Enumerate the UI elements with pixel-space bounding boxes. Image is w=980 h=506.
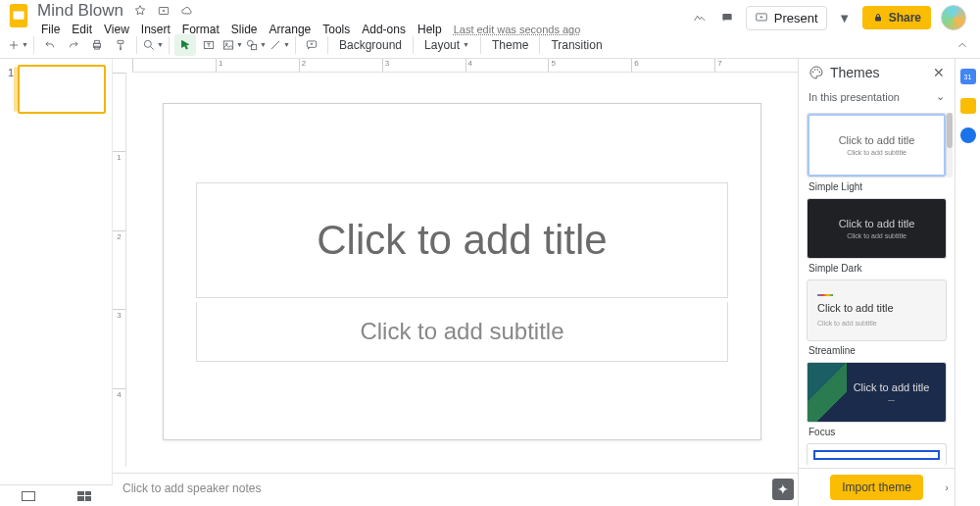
title-placeholder[interactable]: Click to add title: [196, 182, 728, 298]
theme-label: Streamline: [807, 345, 947, 358]
theme-button[interactable]: Theme: [486, 34, 534, 56]
filmstrip-view-button[interactable]: [22, 491, 35, 501]
svg-rect-3: [722, 14, 731, 20]
theme-label: Simple Dark: [807, 263, 947, 276]
chevron-right-icon[interactable]: ›: [945, 481, 949, 493]
side-rail: [955, 59, 980, 506]
themes-panel: Themes ✕ In this presentation ⌄ Click to…: [798, 59, 955, 506]
present-dropdown[interactable]: ▼: [837, 5, 853, 30]
ruler-vertical[interactable]: 1 2 3 4: [113, 73, 126, 467]
theme-simple-dark[interactable]: Click to add title Click to add subtitle: [807, 198, 947, 259]
chevron-down-icon: ⌄: [936, 90, 945, 103]
svg-point-17: [814, 69, 816, 71]
svg-rect-7: [95, 40, 100, 43]
canvas-area: 1 2 3 4 5 6 7 1 2 3 4 Click to add title…: [113, 59, 798, 506]
svg-rect-1: [14, 11, 24, 19]
import-theme-button[interactable]: Import theme: [830, 475, 923, 500]
print-button[interactable]: [86, 34, 108, 56]
account-avatar[interactable]: [941, 5, 966, 30]
themes-title: Themes: [830, 65, 880, 80]
grid-view-button[interactable]: [77, 491, 91, 501]
svg-rect-11: [223, 40, 232, 48]
transition-button[interactable]: Transition: [545, 34, 608, 56]
layout-button[interactable]: Layout▼: [418, 34, 475, 56]
view-switcher: [0, 484, 113, 506]
undo-button[interactable]: [39, 34, 61, 56]
themes-list[interactable]: Click to add title Click to add subtitle…: [799, 109, 955, 468]
close-panel-icon[interactable]: ✕: [933, 65, 945, 80]
share-label: Share: [889, 11, 921, 25]
slide-thumbnail-1[interactable]: [18, 65, 106, 114]
theme-label: Focus: [807, 427, 947, 439]
tasks-addon-icon[interactable]: [960, 127, 976, 143]
slide-number: 1: [4, 65, 14, 78]
activity-icon[interactable]: [691, 9, 709, 26]
slides-logo[interactable]: [8, 2, 29, 29]
shape-button[interactable]: ▼: [245, 34, 267, 56]
themes-icon: [808, 65, 824, 80]
image-button[interactable]: ▼: [221, 34, 243, 56]
theme-streamline[interactable]: Click to add title Click to add subtitle: [807, 279, 947, 341]
select-tool[interactable]: [174, 34, 196, 56]
filmstrip[interactable]: 1: [0, 59, 113, 506]
theme-next-peek[interactable]: [807, 443, 947, 466]
toolbar: ▼ ▼ ▼ ▼ ▼ Background Layout▼ Theme Trans…: [0, 31, 980, 59]
line-button[interactable]: ▼: [269, 34, 290, 56]
speaker-notes[interactable]: Click to add speaker notes: [113, 473, 798, 506]
svg-point-13: [247, 40, 253, 46]
star-icon[interactable]: [131, 2, 149, 20]
themes-section-toggle[interactable]: In this presentation ⌄: [799, 86, 955, 109]
theme-label: Simple Light: [807, 181, 947, 194]
doc-title[interactable]: Mind Blown: [35, 1, 125, 21]
svg-point-18: [817, 69, 819, 71]
ruler-horizontal[interactable]: 1 2 3 4 5 6 7: [132, 59, 798, 73]
present-label: Present: [774, 11, 818, 25]
keep-addon-icon[interactable]: [960, 98, 976, 114]
comments-icon[interactable]: [718, 9, 736, 26]
collapse-toolbar-icon[interactable]: [952, 34, 973, 56]
comment-button[interactable]: [301, 34, 322, 56]
theme-simple-light[interactable]: Click to add title Click to add subtitle: [807, 113, 947, 177]
svg-point-9: [144, 40, 151, 47]
paint-format-button[interactable]: [110, 34, 131, 56]
textbox-button[interactable]: [198, 34, 220, 56]
subtitle-placeholder[interactable]: Click to add subtitle: [196, 302, 728, 362]
share-button[interactable]: Share: [862, 6, 931, 29]
svg-point-19: [819, 72, 821, 74]
slide-canvas[interactable]: Click to add title Click to add subtitle: [163, 103, 762, 440]
present-button[interactable]: Present: [746, 6, 827, 30]
explore-button[interactable]: ✦: [772, 479, 794, 500]
new-slide-button[interactable]: ▼: [7, 34, 28, 56]
cloud-status-icon[interactable]: [178, 2, 196, 20]
calendar-addon-icon[interactable]: [960, 69, 976, 84]
redo-button[interactable]: [63, 34, 84, 56]
svg-rect-5: [875, 17, 881, 22]
zoom-button[interactable]: ▼: [142, 34, 164, 56]
move-icon[interactable]: [155, 2, 172, 20]
svg-point-16: [812, 72, 814, 74]
background-button[interactable]: Background: [333, 34, 408, 56]
panel-scrollbar[interactable]: [947, 113, 953, 177]
theme-focus[interactable]: Click to add title —: [807, 362, 947, 423]
